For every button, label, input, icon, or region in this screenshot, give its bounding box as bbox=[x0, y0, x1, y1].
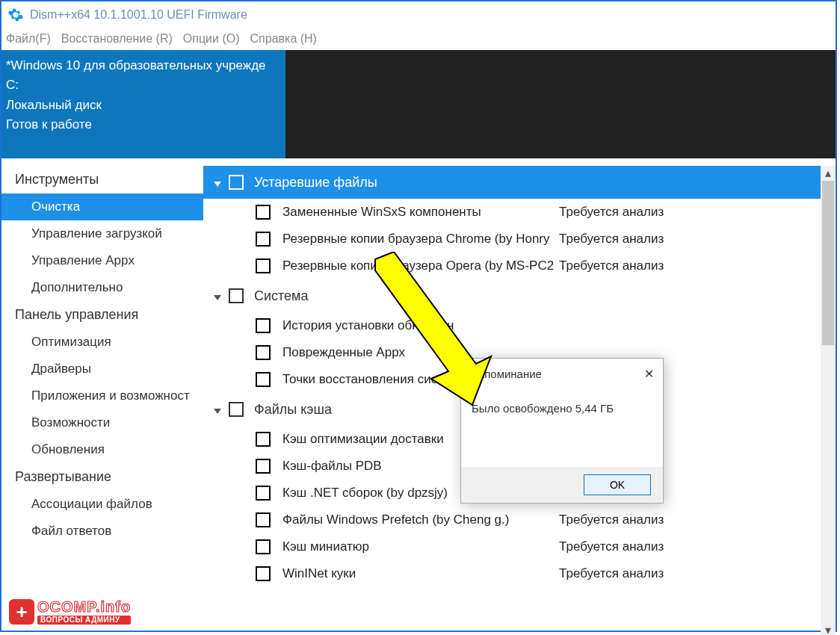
group-label: Устаревшие файлы bbox=[254, 175, 377, 190]
item-checkbox[interactable] bbox=[256, 232, 271, 247]
scroll-up-button[interactable]: ▴ bbox=[821, 166, 836, 179]
sidebar-item-boot[interactable]: Управление загрузкой bbox=[1, 220, 203, 247]
list-item[interactable]: Файлы Windows Prefetch (by Cheng g.)Треб… bbox=[203, 507, 830, 533]
list-item[interactable]: Замененные WinSxS компонентыТребуется ан… bbox=[203, 199, 830, 226]
sidebar-heading-deploy[interactable]: Развертывание bbox=[1, 463, 203, 491]
item-status: Требуется анализ bbox=[559, 232, 664, 247]
group-checkbox[interactable] bbox=[229, 402, 244, 417]
item-label: История установки обновлен bbox=[282, 318, 559, 333]
svg-marker-1 bbox=[214, 295, 221, 300]
dialog-footer: OK bbox=[461, 467, 663, 503]
svg-marker-2 bbox=[214, 409, 221, 414]
expander-icon[interactable] bbox=[214, 404, 224, 415]
item-checkbox[interactable] bbox=[256, 372, 271, 387]
item-status: Требуется анализ bbox=[559, 258, 664, 273]
group-checkbox[interactable] bbox=[229, 288, 244, 303]
list-item[interactable]: Резервные копии браузера Chrome (by Honr… bbox=[203, 226, 830, 253]
item-label: Файлы Windows Prefetch (by Cheng g.) bbox=[282, 512, 559, 527]
group-label: Система bbox=[254, 288, 309, 304]
item-checkbox[interactable] bbox=[256, 258, 271, 273]
dialog-title-text: Напоминание bbox=[470, 368, 542, 380]
dialog-body: Было освобождено 5,44 ГБ bbox=[461, 388, 663, 428]
info-band: *Windows 10 для образовательных учрежде … bbox=[1, 50, 836, 158]
gear-icon bbox=[7, 7, 24, 23]
sidebar-item-optimize[interactable]: Оптимизация bbox=[1, 329, 203, 356]
item-checkbox[interactable] bbox=[256, 345, 271, 360]
expander-icon[interactable] bbox=[214, 291, 224, 301]
sidebar-heading-tools[interactable]: Инструменты bbox=[1, 166, 203, 193]
info-line-4: Готов к работе bbox=[6, 115, 281, 134]
window-title: Dism++x64 10.1.1001.10 UEFI Firmware bbox=[30, 8, 247, 22]
group-row[interactable]: Система bbox=[203, 279, 830, 312]
dialog-close-button[interactable]: ✕ bbox=[644, 367, 654, 381]
item-checkbox[interactable] bbox=[256, 566, 271, 581]
sidebar: Инструменты Очистка Управление загрузкой… bbox=[1, 166, 203, 635]
sidebar-item-updates[interactable]: Обновления bbox=[1, 436, 203, 463]
item-checkbox[interactable] bbox=[256, 486, 271, 501]
sidebar-item-drivers[interactable]: Драйверы bbox=[1, 356, 203, 382]
list-item[interactable]: История установки обновлен bbox=[203, 312, 830, 339]
item-status: Требуется анализ bbox=[559, 566, 664, 581]
sidebar-heading-panel[interactable]: Панель управления bbox=[1, 301, 203, 329]
item-checkbox[interactable] bbox=[256, 205, 271, 220]
item-label: Резервные копии браузера Chrome (by Honr… bbox=[282, 232, 559, 247]
item-checkbox[interactable] bbox=[256, 539, 271, 554]
sidebar-item-cleanup[interactable]: Очистка bbox=[1, 193, 203, 220]
info-line-1: *Windows 10 для образовательных учрежде bbox=[6, 56, 281, 75]
watermark-top: OCOMP.info bbox=[37, 599, 131, 614]
menu-restore[interactable]: Восстановление (R) bbox=[61, 32, 173, 46]
sidebar-item-answer[interactable]: Файл ответов bbox=[1, 518, 203, 545]
item-label: WinINet куки bbox=[282, 566, 559, 581]
sidebar-item-features[interactable]: Возможности bbox=[1, 409, 203, 436]
item-label: Резервные копии браузера Opera (by MS-PC… bbox=[282, 258, 559, 273]
group-checkbox[interactable] bbox=[229, 175, 244, 190]
reminder-dialog: Напоминание ✕ Было освобождено 5,44 ГБ O… bbox=[460, 358, 664, 504]
menubar: Файл(F) Восстановление (R) Опции (O) Спр… bbox=[1, 28, 836, 50]
item-checkbox[interactable] bbox=[256, 432, 271, 447]
group-row[interactable]: Устаревшие файлы bbox=[203, 166, 830, 199]
watermark-badge: + OCOMP.info ВОПРОСЫ АДМИНУ bbox=[9, 599, 131, 625]
list-item[interactable]: Кэш миниатюрТребуется анализ bbox=[203, 533, 830, 560]
app-window: Dism++x64 10.1.1001.10 UEFI Firmware Фай… bbox=[0, 0, 837, 632]
scroll-down-button[interactable]: ▾ bbox=[821, 623, 836, 635]
sidebar-item-apps[interactable]: Приложения и возможност bbox=[1, 382, 203, 409]
item-status: Требуется анализ bbox=[559, 539, 664, 554]
sidebar-item-appx[interactable]: Управление Appx bbox=[1, 247, 203, 274]
info-band-right bbox=[285, 50, 836, 158]
info-line-3: Локальный диск bbox=[6, 96, 281, 115]
expander-icon[interactable] bbox=[214, 177, 224, 188]
item-checkbox[interactable] bbox=[256, 512, 271, 527]
watermark-sub: ВОПРОСЫ АДМИНУ bbox=[37, 616, 131, 625]
item-label: Кэш миниатюр bbox=[282, 539, 559, 554]
item-checkbox[interactable] bbox=[256, 459, 271, 474]
scroll-thumb[interactable] bbox=[822, 181, 834, 345]
group-label: Файлы кэша bbox=[254, 402, 332, 418]
sidebar-item-additional[interactable]: Дополнительно bbox=[1, 274, 203, 301]
item-checkbox[interactable] bbox=[256, 318, 271, 333]
scrollbar[interactable]: ▴ ▾ bbox=[821, 166, 836, 635]
main-area: Инструменты Очистка Управление загрузкой… bbox=[1, 166, 836, 635]
item-label: Замененные WinSxS компоненты bbox=[282, 205, 559, 220]
item-status: Требуется анализ bbox=[559, 512, 664, 527]
dialog-titlebar: Напоминание ✕ bbox=[461, 359, 663, 388]
list-item[interactable]: WinINet кукиТребуется анализ bbox=[203, 560, 830, 587]
menu-help[interactable]: Справка (H) bbox=[250, 32, 317, 46]
menu-options[interactable]: Опции (O) bbox=[183, 32, 240, 46]
menu-file[interactable]: Файл(F) bbox=[6, 32, 51, 46]
sidebar-item-assoc[interactable]: Ассоциации файлов bbox=[1, 491, 203, 518]
info-band-left[interactable]: *Windows 10 для образовательных учрежде … bbox=[1, 50, 285, 158]
svg-marker-0 bbox=[214, 182, 221, 187]
titlebar: Dism++x64 10.1.1001.10 UEFI Firmware bbox=[1, 1, 836, 28]
dialog-ok-button[interactable]: OK bbox=[584, 474, 651, 495]
info-line-2: C: bbox=[6, 75, 281, 95]
item-status: Требуется анализ bbox=[559, 205, 664, 220]
list-item[interactable]: Резервные копии браузера Opera (by MS-PC… bbox=[203, 253, 830, 279]
watermark-plus-icon: + bbox=[9, 599, 34, 625]
